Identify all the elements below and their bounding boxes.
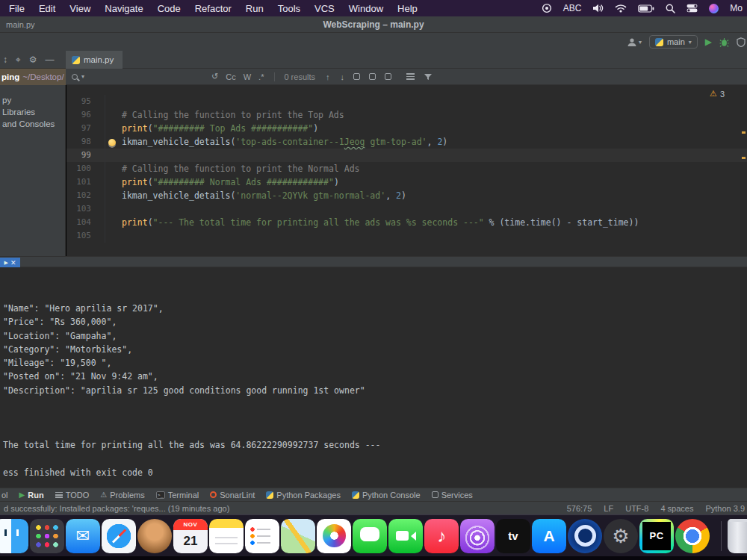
select-all-occurrences-icon[interactable] [353,73,360,80]
project-tree-item[interactable]: Libraries [0,106,65,118]
tool-window-todo[interactable]: TODO [55,491,90,500]
filter-icon[interactable] [424,72,433,81]
menu-edit[interactable]: Edit [39,3,55,14]
code-line-99[interactable]: 99 [66,149,747,162]
code-line-100[interactable]: 100# Calling the function to print the N… [66,162,747,175]
dock-notes-icon[interactable] [209,519,244,553]
code-line-96[interactable]: 96# Calling the function to print the To… [66,108,747,122]
project-tree-item[interactable]: and Consoles [0,118,65,130]
tool-window-services[interactable]: Services [432,491,473,500]
dock-appstore-icon[interactable]: A [532,519,566,553]
dock-trash-icon[interactable] [728,519,747,553]
dock-reminders-icon[interactable] [245,519,279,553]
code-line-104[interactable]: 104print("--- The total time for printin… [66,216,747,229]
status-message[interactable]: d successfully: Installed packages: 'req… [4,504,229,513]
volume-icon[interactable] [592,4,604,13]
menu-code[interactable]: Code [158,3,181,14]
exclude-occurrence-icon[interactable] [385,73,391,80]
regex-button[interactable]: .* [258,72,264,81]
coverage-button[interactable] [737,37,746,47]
dock-contacts-icon[interactable] [137,519,172,553]
panel-splitter[interactable]: ▶ ✕ [0,256,747,267]
tool-window-terminal[interactable]: >_Terminal [156,491,199,500]
dock-mail-icon[interactable] [66,519,100,553]
dock-pycharm-icon[interactable]: PC [639,519,674,553]
code-line-101[interactable]: 101print("######### Normal Ads #########… [66,175,747,189]
tab-main-py[interactable]: main.py [66,51,123,69]
menu-vcs[interactable]: VCS [314,3,335,14]
code-line-97[interactable]: 97print("######### Top Ads ###########") [66,122,747,135]
locate-file-icon[interactable]: ⌖ [16,55,21,65]
hide-panel-icon[interactable]: — [46,55,55,65]
close-icon[interactable]: ✕ [10,259,16,267]
expand-selection-icon[interactable]: ↕ [3,55,7,65]
add-occurrence-icon[interactable] [369,73,376,80]
wifi-icon[interactable] [615,4,627,13]
words-button[interactable]: W [244,72,251,81]
dock-tv-icon[interactable]: tv [496,519,530,553]
project-root-row[interactable]: ping ~/Desktop/ [0,69,66,85]
tool-window-problems[interactable]: ⚠Problems [100,491,144,500]
run-output[interactable]: "Name": "Hero aprilia sr 2017", "Price":… [3,302,380,479]
spotlight-search-icon[interactable] [666,4,675,13]
dock-finder-icon[interactable] [0,519,28,553]
tool-window-python-packages[interactable]: Python Packages [266,491,341,500]
dock-settings-icon[interactable] [604,519,638,553]
dock-calendar-icon[interactable]: NOV21 [173,519,208,553]
code-line-103[interactable]: 103 [66,202,747,216]
code-line-95[interactable]: 95 [66,95,747,108]
indent-style[interactable]: 4 spaces [660,504,693,513]
menu-navigate[interactable]: Navigate [105,3,143,14]
project-tree-item[interactable]: py [0,94,65,106]
run-button[interactable]: ▶ [705,37,712,46]
dock-safari-icon[interactable] [102,519,136,553]
debug-button[interactable] [719,37,729,47]
tool-window-python-console[interactable]: Python Console [352,491,421,500]
input-source-indicator[interactable]: ABC [563,3,582,13]
account-button[interactable]: ▾ [627,37,642,47]
dock-photos-icon[interactable] [317,519,351,553]
menu-file[interactable]: File [9,3,25,14]
menu-tools[interactable]: Tools [278,3,300,14]
multiline-search-icon[interactable] [406,73,415,80]
dock-facetime-icon[interactable] [388,519,423,553]
dock-messages-icon[interactable] [353,519,387,553]
run-console[interactable]: "Name": "Hero aprilia sr 2017", "Price":… [0,267,747,488]
cut-tool-window-label[interactable]: ol [1,491,8,500]
screen-record-icon[interactable] [542,3,552,13]
line-ending[interactable]: LF [604,504,613,513]
dock-music-icon[interactable] [424,519,459,553]
search-history-chevron-icon[interactable]: ▾ [81,73,84,80]
settings-gear-icon[interactable]: ⚙ [29,55,37,65]
python-interpreter[interactable]: Python 3.9 [705,504,745,513]
inspections-widget[interactable]: ⚠ 3 [710,89,725,99]
error-stripe-mark[interactable] [742,131,746,134]
tool-window-run[interactable]: ▶Run [19,491,44,500]
menu-help[interactable]: Help [397,3,418,14]
ide-title-bar[interactable]: main.py WebScraping – main.py [0,16,747,33]
code-editor[interactable]: 9596# Calling the function to print the … [66,85,747,256]
code-line-102[interactable]: 102ikman_vehicle_details('normal--2QYVk … [66,189,747,202]
run-output-tab[interactable]: ▶ ✕ [0,258,20,267]
battery-icon[interactable] [638,4,654,13]
previous-occurrence-icon[interactable]: ↑ [326,72,330,81]
dock-podcasts-icon[interactable] [460,519,495,553]
menu-window[interactable]: Window [349,3,383,14]
control-center-icon[interactable] [686,4,698,13]
tool-window-sonarlint[interactable]: SonarLint [210,491,255,500]
file-encoding[interactable]: UTF-8 [625,504,648,513]
menu-refactor[interactable]: Refactor [195,3,232,14]
dock-maps-icon[interactable] [281,519,315,553]
dock-chrome-icon[interactable] [675,519,710,553]
menu-view[interactable]: View [69,3,90,14]
caret-position[interactable]: 576:75 [567,504,592,513]
search-history-icon[interactable]: ↺ [211,72,218,81]
run-configuration-selector[interactable]: main ▾ [649,35,698,49]
siri-icon[interactable] [709,4,719,13]
error-stripe-mark[interactable] [742,157,746,159]
project-panel[interactable]: pyLibrariesand Consoles [0,85,66,256]
dock-launchpad-icon[interactable] [30,519,64,553]
code-line-98[interactable]: 98ikman_vehicle_details('top-ads-contain… [66,135,747,149]
code-line-105[interactable]: 105 [66,229,747,243]
menu-run[interactable]: Run [246,3,264,14]
